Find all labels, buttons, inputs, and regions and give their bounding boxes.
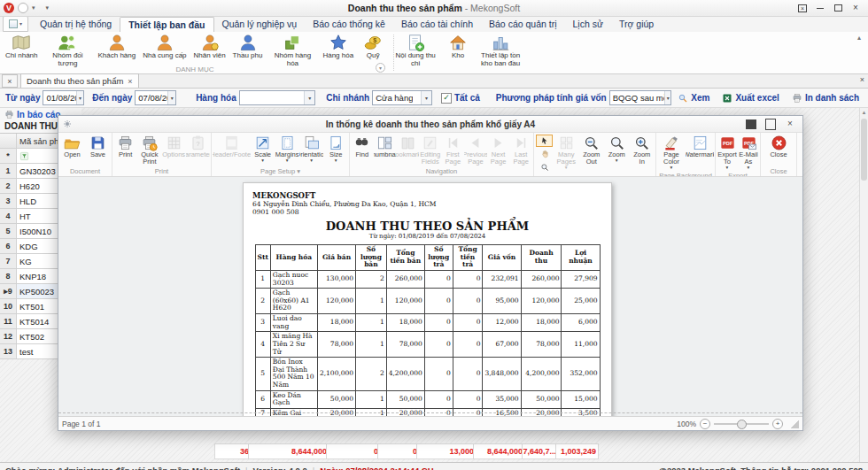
report-col-gia-von: Giá vốn	[483, 245, 521, 271]
margins-button[interactable]: Margins▾	[275, 134, 299, 166]
ribbon-item-noi-dung-thu-chi[interactable]: Nội dung thu chi	[389, 33, 442, 68]
ribbon-tab-quan-tri-he-thong[interactable]: Quản trị hệ thống	[32, 17, 120, 32]
ribbon-item-nha-cung-cap[interactable]: Nhà cung cấp	[139, 33, 190, 60]
zoom-button[interactable]: Zoom▾	[604, 134, 630, 173]
zoom-slider-thumb[interactable]	[737, 420, 747, 429]
save-button[interactable]: Save	[85, 134, 111, 166]
orientation-button[interactable]: Orientation▾	[299, 134, 324, 166]
toolbar-group-page-setup: Header/FooterScale▾Margins▾Orientation▾S…	[212, 133, 350, 176]
tab-close-button[interactable]: ×	[2, 74, 18, 88]
ribbon-tab-tro-giup[interactable]: Trợ giúp	[611, 17, 662, 32]
toolbar-button-label: Header/Footer	[213, 151, 251, 158]
group-expand-icon[interactable]: ▾	[376, 63, 385, 73]
toolbar-button-label: Parameters	[186, 151, 210, 158]
ribbon-tab-quan-ly-nghiep-vu[interactable]: Quản lý nghiệp vụ	[214, 17, 306, 32]
resize-grip[interactable]	[790, 420, 799, 428]
ribbon-item-thau-phu[interactable]: Thầu phụ	[229, 33, 267, 60]
close-red-icon	[771, 135, 787, 151]
zoom-out-button[interactable]: Zoom Out	[579, 134, 605, 173]
report-cell: 3	[255, 314, 270, 332]
toolbar-button-label: E-Mail As	[739, 151, 758, 166]
export-to-button[interactable]: PDFExport To▾	[717, 134, 738, 171]
close-button[interactable]: Close	[762, 134, 795, 166]
zoom-in-button[interactable]: Zoom In	[630, 134, 655, 173]
ribbon-tab-bao-cao-quan-tri[interactable]: Báo cáo quản trị	[481, 17, 564, 32]
pin-window-button[interactable]: ×	[797, 4, 808, 13]
zoomout-icon	[583, 135, 600, 151]
report-cell-product: Bồn Inox Đại Thành 500 Năm 10 Năm	[270, 358, 317, 391]
print-list-button[interactable]: In danh sách	[792, 93, 859, 104]
size-icon	[328, 135, 345, 151]
report-col-gia-ban: Giá bán	[317, 245, 355, 271]
zoom-out-button[interactable]: −	[700, 419, 710, 429]
ribbon-item-hang-hoa[interactable]: Hàng hóa	[319, 33, 357, 60]
report-cell: 1	[356, 314, 387, 332]
product-label: Hàng hóa	[196, 93, 236, 103]
tab-x-icon[interactable]: ×	[128, 77, 132, 86]
printer-quick-icon	[141, 135, 158, 151]
size-button[interactable]: Size▾	[323, 134, 348, 166]
restore-button[interactable]	[833, 4, 843, 13]
ribbon-item-nhan-vien[interactable]: Nhân viên	[190, 33, 229, 60]
view-button[interactable]: Xem	[678, 93, 709, 104]
product-combobox[interactable]: ▾	[239, 90, 316, 105]
branch-label: Chi nhánh	[326, 93, 369, 103]
ribbon-collapse-icon[interactable]: ▴	[857, 34, 861, 42]
ribbon-item-quy[interactable]: $Quỹ	[357, 33, 389, 60]
from-date-input[interactable]: 01/08/2019▾	[43, 90, 84, 105]
export-excel-button[interactable]: Xuất excel	[722, 93, 779, 104]
tab-doanh-thu[interactable]: Doanh thu theo sản phẩm ×	[20, 73, 139, 88]
report-cell: 50,000	[386, 390, 424, 408]
minimize-button[interactable]	[815, 4, 825, 13]
dialog-close-button[interactable]: ×	[785, 119, 795, 129]
ribbon-tab-lich-su[interactable]: Lịch sử	[565, 17, 611, 32]
dialog-minimize-button[interactable]	[746, 119, 756, 129]
ribbon-tab-thiet-lap-ban-au[interactable]: Thiết lập ban đầu	[120, 17, 213, 32]
vertical-scrollbar[interactable]: ▲	[859, 108, 868, 462]
scale-button[interactable]: Scale▾	[251, 134, 275, 166]
ribbon-item-chi-nhanh[interactable]: Chi nhánh	[2, 33, 41, 60]
page-color-button[interactable]: Page Color▾	[657, 134, 686, 171]
scroll-up-icon[interactable]: ▲	[860, 108, 868, 117]
thumbnails-button[interactable]: Thumbnails	[374, 134, 397, 166]
open-button[interactable]: Open	[59, 134, 85, 166]
pointer-tool-button[interactable]	[536, 135, 553, 147]
pagecolor-icon	[663, 135, 680, 151]
lens-tool-button[interactable]	[536, 161, 553, 173]
first-page-button: First Page	[442, 134, 465, 166]
zoom-in-button[interactable]: +	[772, 419, 783, 429]
ribbon-item-nhom-hang-hoa[interactable]: Nhóm hàng hóa	[266, 33, 319, 68]
hand-tool-button[interactable]	[536, 148, 553, 160]
file-menu-button[interactable]: ▾	[3, 16, 28, 32]
book-icon	[399, 135, 416, 151]
watermark-button[interactable]: Watermark	[686, 134, 714, 171]
scrollbar-thumb[interactable]	[861, 119, 867, 181]
dialog-title: In thống kê doanh thu theo sản phẩm khổ …	[58, 119, 802, 129]
ribbon-item-khach-hang[interactable]: Khách hàng	[94, 33, 139, 60]
printer-icon	[117, 135, 134, 151]
to-date-input[interactable]: 07/08/2024▾	[135, 90, 176, 105]
ribbon-item-thiet-lap-ton-kho-ban-au[interactable]: Thiết lập tồn kho ban đầu	[474, 33, 527, 68]
chevron-down-icon[interactable]: ▾	[32, 4, 35, 12]
qat-customize-icon[interactable]: ▾	[46, 4, 50, 12]
quick-print-button[interactable]: Quick Print	[137, 134, 161, 166]
ribbon-item-nhom-oi-tuong[interactable]: Nhóm đối tượng	[41, 33, 94, 68]
report-row: 1Gạch nuoc 30203130,0002260,00000232,091…	[255, 270, 600, 288]
e-mail-as-button[interactable]: PDFE-Mail As▾	[738, 134, 759, 171]
toolbar-button-label: Quick Print	[138, 151, 160, 166]
tabstrip-close-icon[interactable]: ×	[860, 75, 864, 84]
ribbon-tab-bao-cao-tai-chinh[interactable]: Báo cáo tài chính	[393, 17, 481, 32]
zoom-slider[interactable]	[714, 423, 769, 425]
ribbon-item-kho[interactable]: Kho	[442, 33, 474, 60]
branch-combobox[interactable]: Cửa hàng▾	[372, 90, 432, 105]
costing-method-combobox[interactable]: BQGQ sau mỗi lần nhậ...▾	[609, 90, 672, 105]
ribbon-tab-bao-cao-thong-ke[interactable]: Báo cáo thống kê	[305, 17, 393, 32]
print-button[interactable]: Print	[113, 134, 137, 166]
quick-access-button[interactable]	[18, 3, 28, 13]
find-button[interactable]: Find	[351, 134, 374, 166]
toolbar-group-document: OpenSaveDocument	[58, 133, 112, 176]
report-col-so-luong-tra: Số lượng trả	[424, 245, 453, 271]
dialog-maximize-button[interactable]	[765, 119, 776, 129]
all-checkbox[interactable]: ✓ Tất cả	[441, 93, 480, 104]
close-button[interactable]: ×	[850, 4, 861, 13]
